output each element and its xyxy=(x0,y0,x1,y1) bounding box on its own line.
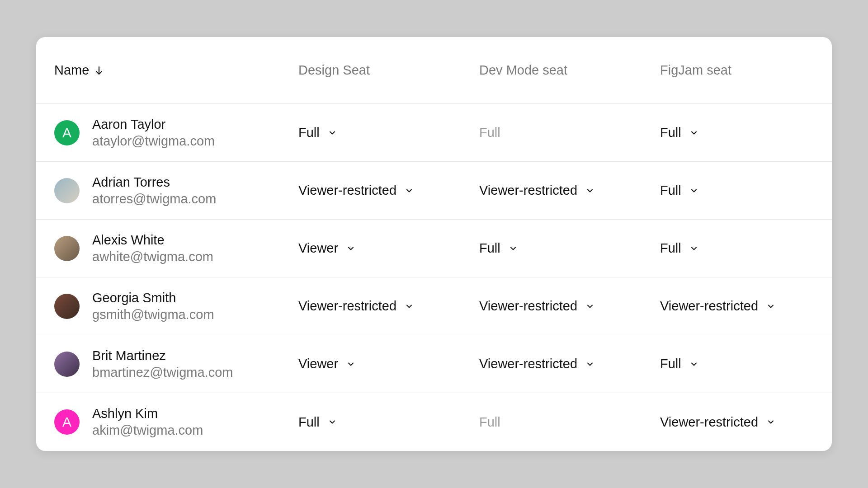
chevron-down-icon xyxy=(346,244,355,253)
column-header-name[interactable]: Name xyxy=(36,63,298,78)
user-name-block: Aaron Taylorataylor@twigma.com xyxy=(92,117,215,149)
user-cell[interactable]: Georgia Smithgsmith@twigma.com xyxy=(36,291,298,322)
user-cell[interactable]: Brit Martinezbmartinez@twigma.com xyxy=(36,348,298,380)
user-name: Georgia Smith xyxy=(92,291,214,305)
column-header-design-label: Design Seat xyxy=(298,63,370,77)
column-header-figjam-label: FigJam seat xyxy=(660,63,731,77)
chevron-down-icon xyxy=(328,128,337,137)
seat-select-dev-label: Full xyxy=(479,125,500,140)
user-name: Aaron Taylor xyxy=(92,117,215,132)
chevron-down-icon xyxy=(689,244,698,253)
column-header-dev-label: Dev Mode seat xyxy=(479,63,567,77)
chevron-down-icon xyxy=(328,418,337,427)
seat-select-dev-label: Viewer-restricted xyxy=(479,183,577,198)
user-name: Ashlyn Kim xyxy=(92,406,203,421)
seat-select-figjam[interactable]: Full xyxy=(660,183,832,198)
chevron-down-icon xyxy=(689,186,698,195)
avatar xyxy=(54,352,80,377)
chevron-down-icon xyxy=(346,360,355,369)
user-cell[interactable]: AAaron Taylorataylor@twigma.com xyxy=(36,117,298,149)
seat-select-design[interactable]: Viewer xyxy=(298,241,479,256)
column-header-name-label: Name xyxy=(54,63,89,78)
seat-select-dev: Full xyxy=(479,125,660,140)
seat-select-design-label: Viewer-restricted xyxy=(298,299,396,314)
seat-select-figjam[interactable]: Full xyxy=(660,125,832,140)
table-header-row: Name Design Seat Dev Mode seat FigJam se… xyxy=(36,37,832,104)
table-row: Alexis Whiteawhite@twigma.comViewerFullF… xyxy=(36,220,832,277)
seat-select-design-label: Full xyxy=(298,415,320,430)
column-header-figjam[interactable]: FigJam seat xyxy=(660,63,832,78)
seat-select-dev[interactable]: Viewer-restricted xyxy=(479,299,660,314)
table-row: Georgia Smithgsmith@twigma.comViewer-res… xyxy=(36,277,832,335)
seat-select-figjam-label: Viewer-restricted xyxy=(660,415,758,430)
avatar: A xyxy=(54,120,80,145)
seat-select-figjam-label: Full xyxy=(660,357,681,371)
user-name: Adrian Torres xyxy=(92,175,216,190)
seat-select-design-label: Viewer xyxy=(298,241,338,256)
seat-select-design-label: Viewer xyxy=(298,357,338,371)
table-row: AAshlyn Kimakim@twigma.comFullFullViewer… xyxy=(36,393,832,451)
user-email: awhite@twigma.com xyxy=(92,249,213,264)
seat-select-figjam-label: Viewer-restricted xyxy=(660,299,758,314)
seat-select-dev-label: Viewer-restricted xyxy=(479,299,577,314)
seat-select-design[interactable]: Full xyxy=(298,125,479,140)
chevron-down-icon xyxy=(585,302,594,311)
chevron-down-icon xyxy=(585,360,594,369)
chevron-down-icon xyxy=(689,128,698,137)
seat-select-figjam-label: Full xyxy=(660,241,681,256)
seat-select-figjam-label: Full xyxy=(660,125,681,140)
seat-select-design[interactable]: Viewer xyxy=(298,357,479,371)
column-header-design[interactable]: Design Seat xyxy=(298,63,479,78)
table-row: Brit Martinezbmartinez@twigma.comViewerV… xyxy=(36,335,832,393)
chevron-down-icon xyxy=(766,302,775,311)
avatar xyxy=(54,236,80,261)
chevron-down-icon xyxy=(509,244,518,253)
user-name: Alexis White xyxy=(92,233,213,248)
seat-select-dev-label: Viewer-restricted xyxy=(479,357,577,371)
chevron-down-icon xyxy=(585,186,594,195)
user-email: ataylor@twigma.com xyxy=(92,134,215,149)
user-email: bmartinez@twigma.com xyxy=(92,365,233,380)
avatar xyxy=(54,294,80,319)
chevron-down-icon xyxy=(405,186,414,195)
user-name-block: Brit Martinezbmartinez@twigma.com xyxy=(92,348,233,380)
seat-select-design[interactable]: Viewer-restricted xyxy=(298,299,479,314)
user-email: atorres@twigma.com xyxy=(92,192,216,206)
chevron-down-icon xyxy=(405,302,414,311)
seat-select-dev-label: Full xyxy=(479,241,500,256)
sort-arrow-down-icon xyxy=(94,65,104,76)
user-name-block: Ashlyn Kimakim@twigma.com xyxy=(92,406,203,438)
user-email: gsmith@twigma.com xyxy=(92,307,214,322)
user-name-block: Georgia Smithgsmith@twigma.com xyxy=(92,291,214,322)
table-row: Adrian Torresatorres@twigma.comViewer-re… xyxy=(36,162,832,220)
seat-select-design[interactable]: Viewer-restricted xyxy=(298,183,479,198)
avatar: A xyxy=(54,409,80,435)
chevron-down-icon xyxy=(689,360,698,369)
seat-select-figjam[interactable]: Viewer-restricted xyxy=(660,299,832,314)
seat-select-dev-label: Full xyxy=(479,415,500,430)
user-cell[interactable]: Alexis Whiteawhite@twigma.com xyxy=(36,233,298,264)
seat-select-dev[interactable]: Viewer-restricted xyxy=(479,357,660,371)
column-header-dev[interactable]: Dev Mode seat xyxy=(479,63,660,78)
seat-select-dev[interactable]: Full xyxy=(479,241,660,256)
avatar xyxy=(54,178,80,203)
user-cell[interactable]: AAshlyn Kimakim@twigma.com xyxy=(36,406,298,438)
seat-select-figjam-label: Full xyxy=(660,183,681,198)
user-name-block: Alexis Whiteawhite@twigma.com xyxy=(92,233,213,264)
user-cell[interactable]: Adrian Torresatorres@twigma.com xyxy=(36,175,298,206)
seat-select-dev: Full xyxy=(479,415,660,430)
user-email: akim@twigma.com xyxy=(92,423,203,438)
seat-select-dev[interactable]: Viewer-restricted xyxy=(479,183,660,198)
users-seat-table: Name Design Seat Dev Mode seat FigJam se… xyxy=(36,37,832,451)
user-name: Brit Martinez xyxy=(92,348,233,363)
seat-select-figjam[interactable]: Full xyxy=(660,241,832,256)
user-name-block: Adrian Torresatorres@twigma.com xyxy=(92,175,216,206)
seat-select-design-label: Full xyxy=(298,125,320,140)
table-row: AAaron Taylorataylor@twigma.comFullFullF… xyxy=(36,104,832,162)
seat-select-design-label: Viewer-restricted xyxy=(298,183,396,198)
seat-select-figjam[interactable]: Viewer-restricted xyxy=(660,415,832,430)
seat-select-design[interactable]: Full xyxy=(298,415,479,430)
chevron-down-icon xyxy=(766,418,775,427)
seat-select-figjam[interactable]: Full xyxy=(660,357,832,371)
